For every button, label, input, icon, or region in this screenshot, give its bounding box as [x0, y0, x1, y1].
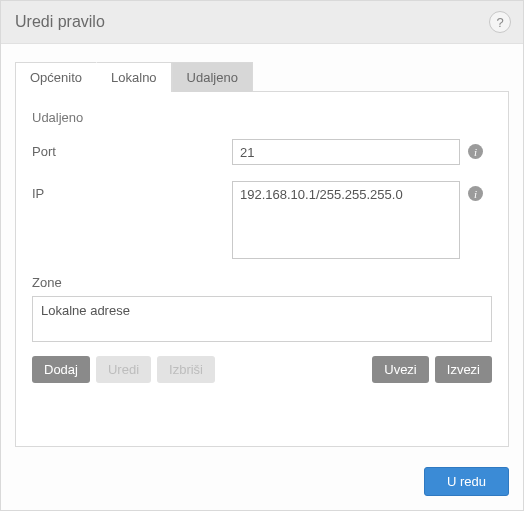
info-icon[interactable]: i — [468, 144, 483, 159]
tab-local[interactable]: Lokalno — [96, 62, 172, 92]
tab-bar: Općenito Lokalno Udaljeno — [15, 62, 509, 92]
zone-label: Zone — [32, 275, 492, 290]
ok-button[interactable]: U redu — [424, 467, 509, 496]
info-icon[interactable]: i — [468, 186, 483, 201]
content-area: Općenito Lokalno Udaljeno Udaljeno Port … — [1, 44, 523, 457]
ip-label: IP — [32, 181, 232, 201]
zone-button-row: Dodaj Uredi Izbriši Uvezi Izvezi — [32, 356, 492, 383]
remote-heading: Udaljeno — [32, 110, 492, 125]
row-ip: IP 192.168.10.1/255.255.255.0 i — [32, 181, 492, 259]
dialog-footer: U redu — [1, 457, 523, 510]
remote-panel: Udaljeno Port i IP 192.168.10.1/255.255.… — [15, 91, 509, 447]
row-port: Port i — [32, 139, 492, 165]
edit-button: Uredi — [96, 356, 151, 383]
zone-list[interactable]: Lokalne adrese — [32, 296, 492, 342]
tab-remote[interactable]: Udaljeno — [172, 62, 253, 92]
ip-input[interactable]: 192.168.10.1/255.255.255.0 — [232, 181, 460, 259]
delete-button: Izbriši — [157, 356, 215, 383]
help-icon[interactable]: ? — [489, 11, 511, 33]
port-input[interactable] — [232, 139, 460, 165]
port-label: Port — [32, 139, 232, 159]
zone-list-item[interactable]: Lokalne adrese — [41, 303, 483, 318]
dialog-title: Uredi pravilo — [15, 13, 105, 31]
export-button[interactable]: Izvezi — [435, 356, 492, 383]
import-button[interactable]: Uvezi — [372, 356, 429, 383]
add-button[interactable]: Dodaj — [32, 356, 90, 383]
titlebar: Uredi pravilo ? — [1, 1, 523, 44]
dialog-window: Uredi pravilo ? Općenito Lokalno Udaljen… — [0, 0, 524, 511]
tab-general[interactable]: Općenito — [15, 62, 97, 92]
